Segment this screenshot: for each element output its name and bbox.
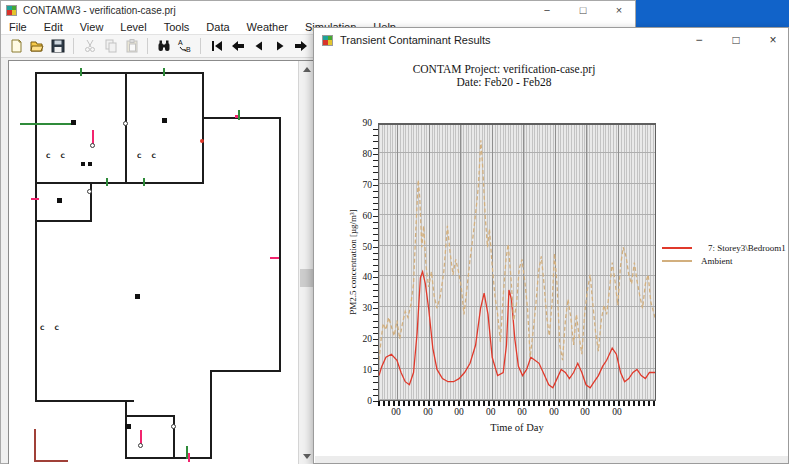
results-window-title: Transient Contaminant Results	[340, 34, 491, 46]
wall	[35, 72, 204, 74]
scroll-down-button[interactable]	[299, 448, 314, 464]
results-titlebar[interactable]: Transient Contaminant Results − □ ×	[314, 28, 788, 52]
menu-tools[interactable]: Tools	[164, 21, 190, 33]
source-symbol[interactable]	[88, 162, 92, 166]
y-tick-label: 40	[350, 272, 372, 282]
source-label[interactable]: C C	[46, 152, 69, 159]
series-line	[379, 272, 655, 388]
forward-level-icon[interactable]	[290, 37, 311, 56]
scrollbar-thumb[interactable]	[300, 269, 313, 287]
opening-marker[interactable]	[238, 110, 240, 120]
source-label[interactable]: C C	[137, 152, 160, 159]
chart-plot-area[interactable]	[378, 123, 656, 401]
wall	[35, 72, 37, 402]
opening-marker[interactable]	[106, 178, 108, 186]
zone-symbol[interactable]	[57, 198, 62, 203]
opening-marker[interactable]	[80, 68, 82, 76]
origin-axis-horizontal	[34, 460, 68, 462]
cut-icon[interactable]	[79, 37, 100, 56]
leak-marker[interactable]	[270, 257, 279, 259]
shaft-marker-red[interactable]	[188, 453, 190, 462]
save-icon[interactable]	[47, 37, 68, 56]
new-file-icon[interactable]	[5, 37, 26, 56]
opening-marker[interactable]	[143, 178, 145, 186]
zone-symbol[interactable]	[135, 294, 140, 299]
chevron-down-icon	[303, 454, 311, 459]
zone-symbol[interactable]	[162, 118, 167, 123]
source-label[interactable]: C C	[40, 324, 63, 331]
minimize-button[interactable]: −	[541, 1, 553, 19]
contamw3-titlebar[interactable]: CONTAMW3 - verification-case.prj − □ ×	[1, 1, 635, 19]
copy-icon[interactable]	[100, 37, 121, 56]
next-level-icon[interactable]	[269, 37, 290, 56]
leak-marker[interactable]	[31, 198, 39, 200]
legend-label: 7: Storey3\Bedroom1	[708, 243, 786, 253]
paste-icon[interactable]	[121, 37, 142, 56]
toolbar-separator	[200, 38, 201, 54]
close-button[interactable]: ×	[613, 1, 625, 19]
y-tick-label: 80	[350, 149, 372, 159]
wall	[35, 182, 204, 184]
contam-app-icon	[6, 5, 17, 16]
door-node[interactable]	[171, 424, 176, 429]
x-axis-title: Time of Day	[437, 422, 597, 433]
wall	[125, 415, 175, 417]
relabel-icons-icon[interactable]: AB	[174, 37, 195, 56]
results-window-bottom-frame	[315, 456, 788, 463]
sketchpad[interactable]: C C C C C C	[8, 60, 314, 464]
legend-row: 7: Storey3\Bedroom1	[662, 242, 786, 254]
legend-label: Ambient	[701, 256, 733, 266]
menu-data[interactable]: Data	[206, 21, 229, 33]
chart-series-canvas	[379, 125, 655, 400]
find-icon[interactable]	[153, 37, 174, 56]
wall	[210, 370, 212, 459]
prev-level-icon[interactable]	[248, 37, 269, 56]
duct-segment[interactable]	[20, 123, 75, 125]
flow-path-marker[interactable]	[140, 430, 142, 444]
leak-marker[interactable]	[200, 139, 204, 143]
junction-symbol[interactable]	[71, 120, 76, 125]
flow-path-node[interactable]	[138, 443, 143, 448]
results-window: Transient Contaminant Results − □ × CONT…	[313, 27, 789, 464]
open-file-icon[interactable]	[26, 37, 47, 56]
x-tick-label: 00	[576, 407, 594, 417]
door-node[interactable]	[87, 189, 92, 194]
menu-file[interactable]: File	[9, 21, 27, 33]
wall	[210, 370, 281, 372]
zone-symbol[interactable]	[125, 424, 131, 429]
svg-text:B: B	[186, 46, 191, 53]
x-tick-label: 00	[450, 407, 468, 417]
menu-edit[interactable]: Edit	[44, 21, 63, 33]
menu-level[interactable]: Level	[120, 21, 146, 33]
window-title: CONTAMW3 - verification-case.prj	[23, 5, 176, 16]
x-tick-label: 00	[419, 407, 437, 417]
source-symbol[interactable]	[81, 162, 85, 166]
flow-path-node[interactable]	[90, 143, 95, 148]
results-window-icon	[322, 35, 333, 46]
results-minimize-button[interactable]: −	[692, 33, 706, 47]
door-node[interactable]	[123, 121, 128, 126]
opening-marker-red[interactable]	[235, 115, 238, 118]
screen: CONTAMW3 - verification-case.prj − □ × F…	[0, 0, 789, 464]
menu-weather[interactable]: Weather	[247, 21, 288, 33]
origin-axis-vertical	[34, 429, 36, 461]
x-tick-label: 00	[608, 407, 626, 417]
menu-view[interactable]: View	[80, 21, 104, 33]
scroll-up-button[interactable]	[299, 61, 314, 77]
results-maximize-button[interactable]: □	[729, 33, 743, 47]
opening-marker[interactable]	[163, 68, 165, 76]
svg-text:A: A	[178, 39, 183, 46]
wall	[90, 182, 92, 222]
legend-swatch	[662, 260, 692, 262]
x-axis-minor-ticks	[378, 401, 656, 406]
back-level-icon[interactable]	[227, 37, 248, 56]
maximize-button[interactable]: □	[577, 1, 589, 19]
results-close-button[interactable]: ×	[766, 33, 780, 47]
first-level-icon[interactable]	[206, 37, 227, 56]
sketchpad-vertical-scrollbar[interactable]	[298, 61, 313, 464]
y-tick-label: 60	[350, 211, 372, 221]
wall	[125, 457, 212, 459]
legend-row: Ambient	[662, 255, 733, 267]
background-window-titlebar[interactable]	[636, 0, 789, 27]
wall	[279, 117, 281, 372]
